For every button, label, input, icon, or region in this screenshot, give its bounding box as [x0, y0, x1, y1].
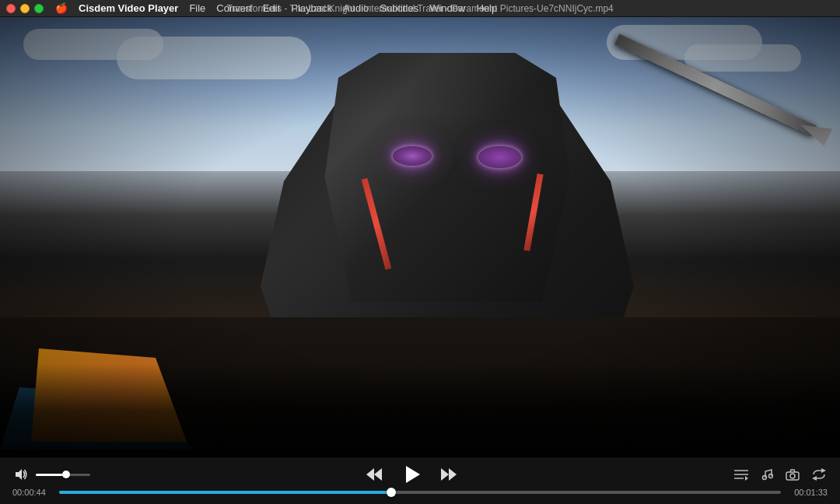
progress-row: 00:00:44 00:01:33: [12, 485, 828, 499]
help-menu[interactable]: Help: [471, 0, 502, 16]
volume-icon: [14, 467, 28, 481]
close-button[interactable]: [6, 4, 16, 13]
red-accent-2: [523, 173, 543, 251]
controls-right: [733, 467, 828, 482]
svg-marker-13: [821, 468, 826, 473]
fastforward-icon: [441, 468, 457, 481]
svg-point-12: [790, 474, 795, 478]
svg-marker-3: [441, 468, 449, 481]
total-time: 00:01:33: [789, 488, 828, 497]
svg-marker-2: [366, 468, 374, 481]
controls-left: [12, 466, 90, 483]
traffic-lights: [0, 4, 44, 13]
progress-fill: [59, 491, 391, 494]
robot-head: [311, 53, 583, 302]
svg-marker-1: [374, 468, 382, 481]
subtitles-menu[interactable]: Subtitles: [374, 0, 424, 16]
vehicle-bottom: [0, 317, 840, 457]
edit-menu[interactable]: Edit: [257, 0, 285, 16]
audio-track-button[interactable]: [759, 467, 775, 482]
screenshot-button[interactable]: [784, 467, 801, 482]
playlist-button[interactable]: [733, 467, 750, 482]
svg-marker-8: [745, 476, 748, 481]
fastforward-button[interactable]: [439, 467, 458, 482]
controls-center: [365, 462, 458, 487]
loop-button[interactable]: [810, 467, 828, 482]
rewind-icon: [366, 468, 382, 481]
volume-slider[interactable]: [36, 474, 90, 476]
yellow-vehicle-part: [31, 348, 187, 442]
rewind-button[interactable]: [365, 467, 383, 482]
apple-menu[interactable]: 🍎: [50, 0, 73, 16]
red-accent-1: [362, 178, 392, 270]
progress-bar[interactable]: [59, 491, 781, 494]
svg-point-9: [763, 476, 767, 480]
progress-thumb: [387, 488, 396, 497]
menu-bar: 🍎 Cisdem Video Player File Convert Edit …: [44, 0, 502, 16]
play-icon: [406, 466, 420, 483]
file-menu[interactable]: File: [184, 0, 211, 16]
volume-button[interactable]: [12, 466, 30, 483]
camera-icon: [786, 469, 800, 481]
play-pause-button[interactable]: [399, 462, 424, 487]
title-bar: 🍎 Cisdem Video Player File Convert Edit …: [0, 0, 840, 17]
music-note-icon: [761, 468, 773, 481]
audio-menu[interactable]: Audio: [338, 0, 374, 16]
video-scene: [0, 17, 840, 457]
convert-menu[interactable]: Convert: [211, 0, 257, 16]
video-player[interactable]: [0, 17, 840, 457]
volume-thumb: [62, 471, 70, 478]
volume-group: [12, 466, 90, 483]
current-time: 00:00:44: [12, 488, 51, 497]
robot-eye-left: [393, 146, 432, 166]
playback-menu[interactable]: Playback: [285, 0, 338, 16]
svg-marker-0: [16, 469, 22, 480]
svg-point-10: [769, 474, 773, 478]
maximize-button[interactable]: [34, 4, 44, 13]
controls-top-row: [12, 464, 828, 485]
loop-icon: [812, 468, 826, 481]
window-menu[interactable]: Window: [424, 0, 471, 16]
app-name-menu[interactable]: Cisdem Video Player: [73, 0, 184, 16]
robot-eye-right: [478, 146, 521, 168]
controls-bar: 00:00:44 00:01:33: [0, 457, 840, 504]
svg-marker-4: [449, 468, 457, 481]
svg-marker-14: [812, 476, 817, 481]
minimize-button[interactable]: [20, 4, 30, 13]
playlist-icon: [734, 468, 748, 481]
